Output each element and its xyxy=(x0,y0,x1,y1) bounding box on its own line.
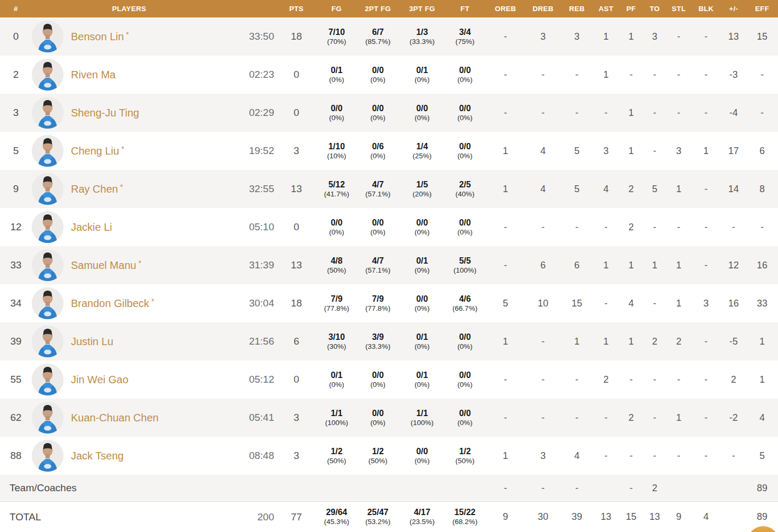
eff-value: 16 xyxy=(746,260,778,271)
fg-cell: 7/10(70%) xyxy=(318,28,356,46)
fg2-cell: 4/7(57.1%) xyxy=(356,180,400,199)
fg-percentage: (70%) xyxy=(318,38,356,46)
to-value: 3 xyxy=(643,31,666,42)
col-header-eff: EFF xyxy=(746,5,778,13)
ast-value: - xyxy=(593,298,619,309)
player-avatar[interactable] xyxy=(32,364,64,395)
player-avatar[interactable] xyxy=(32,21,64,52)
player-avatar[interactable] xyxy=(32,249,64,281)
col-header-3pt-fg: 3PT FG xyxy=(400,5,444,13)
fg-made-attempted: 4/8 xyxy=(318,256,356,266)
oreb-value: 1 xyxy=(486,336,525,347)
col-header-number: # xyxy=(0,5,32,13)
dreb-value: 4 xyxy=(525,146,561,157)
oreb-value: 9 xyxy=(486,511,525,522)
fg2-made-attempted: 1/2 xyxy=(356,447,400,456)
player-name-link[interactable]: Benson Lin* xyxy=(71,30,129,43)
player-name-link[interactable]: Brandon Gilbeck* xyxy=(71,297,154,310)
player-name-link[interactable]: Samuel Manu* xyxy=(71,259,141,272)
minutes-played: 05:10 xyxy=(227,221,275,233)
table-row[interactable]: 2Riven Ma02:2300/1(0%)0/0(0%)0/1(0%)0/0(… xyxy=(0,56,778,94)
player-name-link[interactable]: Jin Wei Gao xyxy=(71,373,131,386)
fg2-percentage: (0%) xyxy=(356,76,400,84)
player-name: Jack Tseng xyxy=(71,450,124,462)
team-coaches-label: Team/Coaches xyxy=(0,482,486,494)
blk-value: - xyxy=(691,374,721,385)
points: 6 xyxy=(275,336,318,347)
points: 3 xyxy=(275,450,318,462)
ft-made-attempted: 0/0 xyxy=(444,104,486,113)
jersey-number: 2 xyxy=(0,69,32,80)
player-avatar[interactable] xyxy=(32,173,64,205)
reb-value: 1 xyxy=(561,336,593,347)
player-photo xyxy=(32,326,64,357)
table-row[interactable]: 62Kuan-Chuan Chen05:4131/1(100%)0/0(0%)1… xyxy=(0,399,778,437)
fg2-cell: 25/47 (53.2%) xyxy=(356,508,400,526)
player-name-link[interactable]: Justin Lu xyxy=(71,335,115,348)
fg3-made-attempted: 0/0 xyxy=(400,447,444,456)
plus-minus-value: -2 xyxy=(721,412,746,423)
dreb-value: - xyxy=(525,374,561,385)
fg-made-attempted: 1/2 xyxy=(318,447,356,456)
player-avatar[interactable] xyxy=(32,135,64,167)
player-avatar[interactable] xyxy=(32,326,64,357)
table-row[interactable]: 12Jackie Li05:1000/0(0%)0/0(0%)0/0(0%)0/… xyxy=(0,208,778,246)
player-avatar[interactable] xyxy=(32,59,64,91)
fg3-made-attempted: 4/17 xyxy=(400,508,444,517)
reb-value: 5 xyxy=(561,184,593,195)
table-row[interactable]: 39Justin Lu21:5663/10(30%)3/9(33.3%)0/1(… xyxy=(0,322,778,360)
fg-percentage: (0%) xyxy=(318,76,356,84)
fg2-made-attempted: 4/7 xyxy=(356,180,400,190)
points: 13 xyxy=(275,183,318,195)
player-name-link[interactable]: Riven Ma xyxy=(71,68,117,81)
player-name-link[interactable]: Jack Tseng xyxy=(71,449,126,462)
dreb-value: 30 xyxy=(525,511,561,522)
minutes-played: 05:41 xyxy=(227,412,275,423)
player-avatar[interactable] xyxy=(32,402,64,434)
player-photo xyxy=(32,364,64,395)
dreb-value: - xyxy=(525,412,561,423)
col-header-fg: FG xyxy=(318,5,356,13)
dreb-value: 4 xyxy=(525,184,561,195)
player-name-link[interactable]: Kuan-Chuan Chen xyxy=(71,411,161,424)
player-name-link[interactable]: Cheng Liu* xyxy=(71,145,124,157)
fg2-percentage: (57.1%) xyxy=(356,266,400,275)
fg2-percentage: (33.3%) xyxy=(356,342,400,351)
fg-percentage: (0%) xyxy=(318,228,356,237)
player-cell: Benson Lin* xyxy=(32,21,227,52)
fg3-cell: 0/1(0%) xyxy=(400,332,444,351)
table-row[interactable]: 34Brandon Gilbeck*30:04187/9(77.8%)7/9(7… xyxy=(0,284,778,322)
fg-cell: 0/0(0%) xyxy=(318,104,356,122)
table-row[interactable]: 3Sheng-Ju Ting02:2900/0(0%)0/0(0%)0/0(0%… xyxy=(0,94,778,132)
fg3-made-attempted: 0/1 xyxy=(400,66,444,75)
table-row[interactable]: 55Jin Wei Gao05:1200/1(0%)0/0(0%)0/1(0%)… xyxy=(0,360,778,399)
table-row[interactable]: 9Ray Chen*32:55135/12(41.7%)4/7(57.1%)1/… xyxy=(0,170,778,208)
player-name: Benson Lin xyxy=(71,31,124,42)
table-row[interactable]: 0Benson Lin*33:50187/10(70%)6/7(85.7%)1/… xyxy=(0,17,778,56)
player-avatar[interactable] xyxy=(32,287,64,319)
player-cell: Cheng Liu* xyxy=(32,135,227,167)
fg-made-attempted: 5/12 xyxy=(318,180,356,190)
pf-value: 1 xyxy=(619,336,643,347)
stl-value: - xyxy=(666,222,691,233)
points: 0 xyxy=(275,221,318,233)
table-row[interactable]: 88Jack Tseng08:4831/2(50%)1/2(50%)0/0(0%… xyxy=(0,437,778,475)
ast-value: - xyxy=(593,222,619,233)
to-value: - xyxy=(643,107,666,119)
player-name-link[interactable]: Jackie Li xyxy=(71,221,114,233)
reb-value: 15 xyxy=(561,298,593,309)
table-row[interactable]: 33Samuel Manu*31:39134/8(50%)4/7(57.1%)0… xyxy=(0,246,778,284)
player-avatar[interactable] xyxy=(32,211,64,243)
ft-cell: 0/0(0%) xyxy=(444,409,486,427)
player-name-link[interactable]: Sheng-Ju Ting xyxy=(71,106,141,119)
player-name-link[interactable]: Ray Chen* xyxy=(71,183,123,195)
fg3-cell: 1/1(100%) xyxy=(400,409,444,427)
blk-value: - xyxy=(691,336,721,347)
table-row[interactable]: 5Cheng Liu*19:5231/10(10%)0/6(0%)1/4(25%… xyxy=(0,132,778,170)
player-avatar[interactable] xyxy=(32,97,64,129)
player-avatar[interactable] xyxy=(32,440,64,472)
pf-value: 1 xyxy=(619,146,643,157)
ft-made-attempted: 0/0 xyxy=(444,409,486,418)
fg3-cell: 1/4(25%) xyxy=(400,142,444,160)
blk-value: - xyxy=(691,69,721,80)
